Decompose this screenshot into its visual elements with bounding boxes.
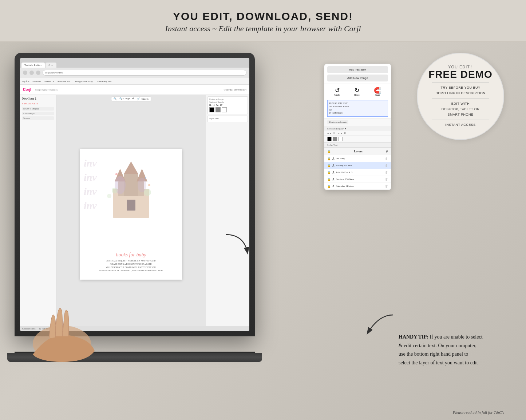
color-swatch-white[interactable] — [338, 137, 343, 141]
browser-tab-2[interactable]: C → — [46, 63, 56, 68]
bookmark-6[interactable]: Free Party invi... — [97, 80, 113, 83]
action-item-2[interactable]: Edit changes — [22, 112, 54, 115]
svg-point-14 — [145, 177, 146, 179]
canvas-card: invinvinvinv — [80, 149, 182, 280]
action-item-1[interactable]: Revert to Original — [22, 107, 54, 111]
orders-label: Orders — [142, 97, 149, 100]
nav-back-btn[interactable] — [23, 71, 27, 75]
layer-item-supinos[interactable]: 🔒 A Supinos 250 New 🗑 — [324, 176, 391, 183]
snap-btn[interactable]: 🧲 Snap — [374, 88, 381, 96]
corjl-right-panel: Resize as Image Spektant Regular H:11'W:… — [206, 95, 249, 326]
svg-point-13 — [115, 173, 118, 175]
card-castle — [106, 160, 157, 218]
mp-divider-1 — [324, 84, 391, 84]
layer-trash-1[interactable]: 🗑 — [385, 157, 388, 160]
layer-item-ashley-chris[interactable]: 🔒 A Ashley & Chris 🗑 — [324, 162, 391, 169]
incomplete-badge: ●INCOMPLETE — [22, 103, 54, 105]
bookmark-1[interactable]: My file — [22, 80, 29, 83]
nav-reload-btn[interactable] — [36, 71, 40, 75]
layer-lock-3: 🔒 — [327, 171, 331, 174]
bookmark-4[interactable]: Australie You... — [58, 80, 72, 83]
address-field[interactable]: corjl.party/orders — [43, 70, 246, 76]
color-gray[interactable] — [215, 107, 221, 112]
layer-type-3: A — [332, 171, 335, 174]
layers-title: Layers — [354, 150, 363, 153]
size-selector: H: ▾11W: ▾19 — [324, 131, 391, 135]
layers-expand-icon[interactable]: ∨ — [385, 149, 388, 153]
layer-item-join-us[interactable]: 🔒 A Join Us For A B 🗑 — [324, 169, 391, 176]
circle-badge: YOU EDIT ! FREE DEMO TRY BEFORE YOU BUY … — [417, 53, 504, 140]
svg-rect-7 — [127, 200, 135, 211]
bookmark-5[interactable]: Design Suite Baby... — [75, 80, 94, 83]
footer-note: Please read ad in full for T&C's — [453, 410, 504, 415]
snap-icon: 🧲 — [374, 88, 381, 93]
bookmark-3[interactable]: J Invite TV — [44, 80, 55, 83]
rp-style-section: Style: Text — [207, 116, 248, 122]
layer-name-4: Supinos 250 New — [336, 178, 354, 181]
main-area: Tastfully Invite... C → corjl.party/orde… — [0, 42, 526, 420]
mp-toolbar-row: Restore as Image — [324, 118, 391, 126]
bookmark-2[interactable]: YouTube — [32, 80, 41, 83]
mp-icons-row: ↺ Undo ↻ Redo 🧲 Snap — [324, 86, 391, 99]
handy-tip-label: HANDY TIP: — [399, 334, 428, 340]
svg-marker-4 — [124, 161, 138, 174]
top-banner: YOU EDIT, DOWNLOAD, SEND! Instant access… — [0, 0, 526, 42]
bookmarks-bar: My file YouTube J Invite TV Australie Yo… — [20, 78, 249, 85]
add-text-box-btn[interactable]: Add Text Box — [327, 66, 388, 73]
rp-image-label: Resize as Image — [209, 98, 246, 100]
layer-item-oh-baby[interactable]: 🔒 A Oh Baby 🗑 — [324, 155, 391, 162]
layer-trash-2[interactable]: 🗑 — [385, 164, 388, 167]
undo-btn[interactable]: ↺ Undo — [334, 88, 340, 96]
hand-area — [22, 289, 102, 362]
color-swatch-black[interactable] — [327, 137, 332, 141]
zoom-in-btn[interactable]: 🔍+ — [119, 97, 124, 100]
svg-point-15 — [148, 184, 150, 186]
corjl-subbrand: HoopyPartyTemplates — [35, 88, 58, 91]
layer-trash-3[interactable]: 🗑 — [385, 171, 388, 174]
layer-trash-5[interactable]: 🗑 — [385, 185, 388, 188]
color-black[interactable] — [209, 107, 214, 112]
rp-style-label: Style: Text — [209, 117, 246, 120]
layer-item-saturday[interactable]: 🔒 A Saturday SEptem 🗑 — [324, 183, 391, 190]
add-new-image-btn[interactable]: Add New Image — [327, 75, 388, 81]
card-bottom-text: books for baby ONE SMALL REQUEST: WE HOP… — [91, 252, 171, 272]
color-row — [324, 135, 391, 142]
svg-rect-3 — [124, 174, 138, 196]
restore-image-btn[interactable]: Restore as Image — [327, 120, 348, 124]
canvas-toolbar: 🔍- 🔍+ Page 1 of 1 🛒 Orders — [111, 96, 151, 101]
redo-btn[interactable]: ↻ Redo — [354, 88, 360, 96]
layer-lock-4: 🔒 — [327, 178, 331, 181]
card-bg-text: invinvinvinv — [84, 156, 97, 213]
layer-lock-2: 🔒 — [327, 164, 331, 167]
browser-tabs: Tastfully Invite... C → — [20, 58, 249, 68]
corjl-logo: Corjl — [23, 88, 31, 92]
books-for-baby-text: books for baby — [91, 252, 171, 258]
mobile-panel: Add Text Box Add New Image ↺ Undo ↻ Redo… — [324, 64, 391, 190]
badge-divider-2 — [432, 99, 489, 99]
svg-point-10 — [112, 188, 118, 193]
badge-divider-3 — [432, 120, 489, 120]
cart-btn[interactable]: 🛒 — [137, 97, 140, 100]
page-indicator: Page 1 of 1 — [126, 97, 135, 100]
layer-trash-4[interactable]: 🗑 — [385, 178, 388, 181]
layer-name-1: Oh Baby — [336, 157, 345, 160]
rp-size-row: H:11'W:17' — [209, 104, 246, 106]
redo-icon: ↻ — [354, 88, 360, 93]
badge-instant-access: INSTANT ACCESS — [445, 122, 476, 128]
redo-label: Redo — [354, 93, 360, 96]
browser-chrome: Tastfully Invite... C → corjl.party/orde… — [20, 58, 249, 78]
layer-name-5: Saturday SEptem — [336, 185, 354, 188]
color-white[interactable] — [222, 107, 227, 112]
layer-lock-1: 🔒 — [327, 157, 331, 160]
sidebar-title: New Item 1 — [22, 97, 54, 100]
headline-line1: YOU EDIT, DOWNLOAD, SEND! — [7, 10, 519, 23]
layer-type-2: A — [332, 164, 335, 167]
nav-forward-btn[interactable] — [29, 71, 34, 75]
zoom-out-btn[interactable]: 🔍- — [114, 97, 118, 100]
rp-colors — [209, 107, 246, 112]
action-item-3[interactable]: Scanner — [22, 116, 54, 120]
arrow-to-layers — [360, 311, 397, 342]
color-swatch-gray[interactable] — [333, 137, 337, 141]
browser-tab-active[interactable]: Tastfully Invite... — [21, 63, 45, 68]
font-selector[interactable]: Spektant Regular ▼ — [324, 126, 391, 131]
